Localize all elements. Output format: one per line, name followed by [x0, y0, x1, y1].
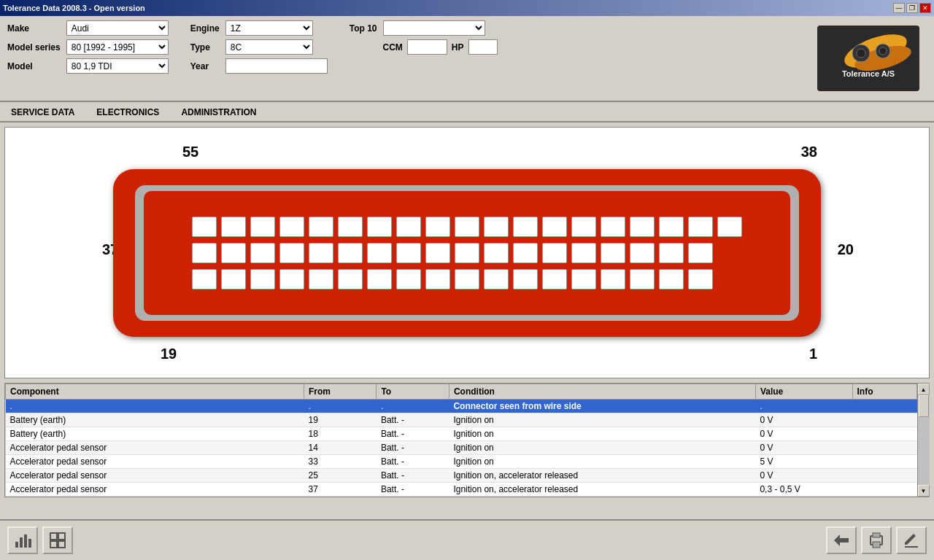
svg-text:Tolerance A/S: Tolerance A/S	[842, 69, 895, 78]
pin	[425, 269, 450, 289]
pin	[513, 217, 538, 237]
table-row[interactable]: Battery (earth)19Batt. -Ignition on0 V	[6, 413, 917, 427]
close-button[interactable]: ✕	[919, 3, 931, 13]
pin	[571, 217, 596, 237]
col-info: Info	[852, 384, 916, 400]
menu-electronics[interactable]: ELECTRONICS	[85, 102, 170, 121]
table-cell: 0 V	[755, 427, 852, 441]
edit-icon	[903, 532, 920, 549]
toolbar-btn-edit[interactable]	[896, 526, 927, 554]
pin	[688, 243, 713, 263]
table-row[interactable]: Accelerator pedal sensor33Batt. -Ignitio…	[6, 455, 917, 469]
connector-outer	[113, 169, 821, 337]
col-condition: Condition	[449, 384, 755, 400]
logo-area: Tolerance A/S	[810, 20, 927, 96]
pin	[279, 269, 304, 289]
scrollbar-down[interactable]: ▼	[918, 485, 930, 497]
toolbar-btn-print[interactable]	[861, 526, 892, 554]
hp-input[interactable]: 90	[468, 39, 498, 55]
bottom-toolbar	[0, 519, 934, 560]
table-row[interactable]: Accelerator pedal sensor37Batt. -Ignitio…	[6, 483, 917, 497]
ccm-label: CCM	[383, 42, 403, 52]
table-cell: Battery (earth)	[6, 413, 304, 427]
table-cell	[852, 483, 916, 497]
toolbar-btn-grid[interactable]	[42, 526, 73, 554]
toolbar-btn-back[interactable]	[826, 526, 857, 554]
pin	[630, 269, 655, 289]
connector-diagram-area: 55 38 37 20 19 1	[4, 127, 930, 378]
model-select[interactable]: 80 1,9 TDI	[66, 58, 169, 74]
svg-point-6	[879, 47, 887, 55]
pin	[630, 243, 655, 263]
table-cell: 0 V	[755, 413, 852, 427]
table-cell	[852, 427, 916, 441]
svg-rect-13	[58, 533, 65, 540]
pin	[338, 269, 363, 289]
table-cell: Ignition on, accelerator released	[449, 483, 755, 497]
table-row[interactable]: Accelerator pedal sensor14Batt. -Ignitio…	[6, 441, 917, 455]
svg-marker-16	[834, 534, 849, 546]
year-control: 1992 - 1995	[225, 58, 328, 74]
pin	[601, 269, 625, 289]
table-cell: 0 V	[755, 469, 852, 483]
table-body: ...Connector seen from wire side.Battery…	[6, 400, 917, 497]
table-row[interactable]: Battery (earth)18Batt. -Ignition on0 V	[6, 427, 917, 441]
pin	[396, 269, 421, 289]
table-scrollbar[interactable]: ▲ ▼	[917, 384, 929, 497]
window-title: Tolerance Data 2008.3 - Open version	[3, 4, 145, 12]
table-cell: 25	[304, 469, 376, 483]
engine-select[interactable]: 1Z	[225, 20, 313, 36]
label-38: 38	[801, 144, 817, 160]
menu-administration[interactable]: ADMINISTRATION	[170, 102, 267, 121]
table-cell	[852, 469, 916, 483]
pin	[484, 269, 509, 289]
model-series-select[interactable]: 80 [1992 - 1995]	[66, 39, 169, 55]
table-cell: 33	[304, 455, 376, 469]
label-20: 20	[838, 241, 854, 258]
table-cell: Ignition on, accelerator released	[449, 469, 755, 483]
pin	[659, 269, 684, 289]
table-cell	[852, 441, 916, 455]
svg-rect-18	[873, 533, 880, 537]
table-cell: Batt. -	[377, 441, 449, 455]
pin	[338, 217, 363, 237]
pin	[221, 217, 246, 237]
toolbar-btn-chart[interactable]	[7, 526, 38, 554]
back-icon	[833, 533, 850, 548]
table-cell: Ignition on	[449, 441, 755, 455]
table-cell	[852, 455, 916, 469]
svg-rect-12	[50, 533, 57, 540]
pin	[396, 243, 421, 263]
type-select[interactable]: 8C	[225, 39, 313, 55]
ccm-input[interactable]: 1896	[407, 39, 447, 55]
chart-icon	[14, 532, 31, 549]
scrollbar-thumb[interactable]	[919, 395, 929, 417]
engine-label: Engine	[190, 23, 220, 34]
top10-select[interactable]	[383, 20, 485, 36]
pin	[338, 243, 363, 263]
connector-gray-body	[135, 185, 799, 321]
pin	[688, 217, 713, 237]
minimize-button[interactable]: —	[893, 3, 905, 13]
svg-rect-9	[20, 537, 23, 548]
restore-button[interactable]: ❐	[906, 3, 918, 13]
table-cell	[852, 413, 916, 427]
pin	[367, 217, 392, 237]
pin	[688, 269, 713, 289]
year-input[interactable]: 1992 - 1995	[225, 58, 328, 74]
menu-bar: SERVICE DATA ELECTRONICS ADMINISTRATION	[0, 102, 934, 122]
table-cell: .	[304, 400, 376, 413]
table-cell: .	[755, 400, 852, 413]
model-series-label: Model series	[7, 42, 61, 52]
title-bar-buttons: — ❐ ✕	[893, 3, 931, 13]
col3: Top 10 CCM 1896 HP 90	[350, 20, 498, 55]
pin	[279, 217, 304, 237]
engine-control: 1Z	[225, 20, 328, 36]
scrollbar-up[interactable]: ▲	[918, 384, 930, 395]
pin	[571, 269, 596, 289]
menu-service-data[interactable]: SERVICE DATA	[0, 102, 85, 121]
table-row[interactable]: ...Connector seen from wire side.	[6, 400, 917, 413]
type-control: 8C	[225, 39, 328, 55]
table-row[interactable]: Accelerator pedal sensor25Batt. -Ignitio…	[6, 469, 917, 483]
make-select[interactable]: Audi	[66, 20, 169, 36]
